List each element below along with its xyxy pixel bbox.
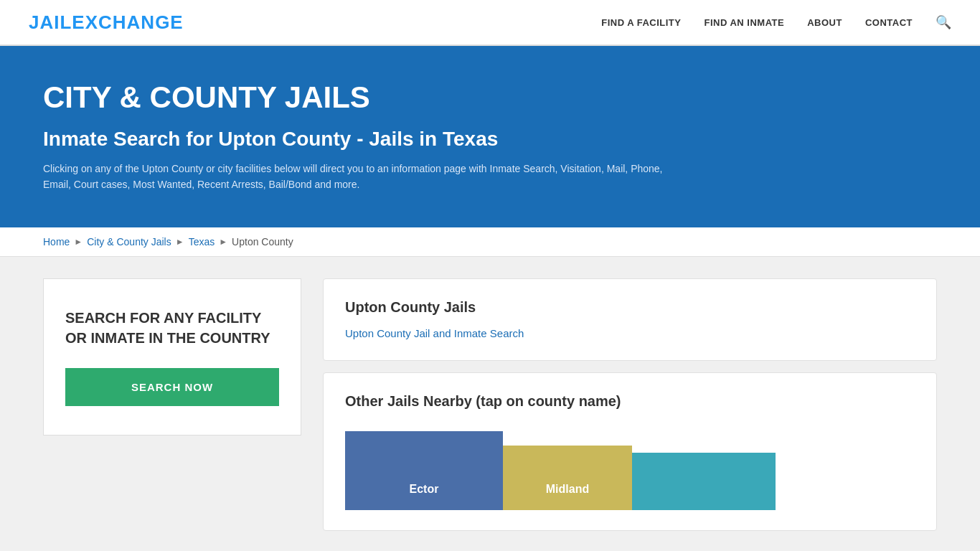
bar-ector[interactable]: Ector (345, 431, 503, 510)
site-header: JAILEXCHANGE FIND A FACILITY FIND AN INM… (0, 0, 980, 46)
breadcrumb: Home ► City & County Jails ► Texas ► Upt… (0, 227, 980, 257)
nav-about[interactable]: ABOUT (807, 17, 842, 28)
breadcrumb-sep-2: ► (176, 237, 184, 247)
left-panel: SEARCH FOR ANY FACILITY OR INMATE IN THE… (43, 278, 301, 435)
jails-card-title: Upton County Jails (345, 299, 915, 316)
breadcrumb-sep-1: ► (74, 237, 83, 247)
breadcrumb-city-county[interactable]: City & County Jails (87, 236, 171, 248)
upton-county-jails-card: Upton County Jails Upton County Jail and… (323, 278, 937, 361)
bar-midland[interactable]: Midland (503, 446, 632, 510)
hero-description: Clicking on any of the Upton County or c… (43, 161, 689, 193)
page-main-title: CITY & COUNTY JAILS (43, 80, 937, 115)
breadcrumb-sep-3: ► (219, 237, 227, 247)
hero-section: CITY & COUNTY JAILS Inmate Search for Up… (0, 46, 980, 227)
bar-label-midland: Midland (503, 483, 632, 496)
logo-part1: JAIL (29, 11, 72, 33)
nearby-jails-card: Other Jails Nearby (tap on county name) … (323, 372, 937, 531)
nearby-title: Other Jails Nearby (tap on county name) (345, 393, 915, 410)
search-box: SEARCH FOR ANY FACILITY OR INMATE IN THE… (43, 278, 301, 435)
breadcrumb-home[interactable]: Home (43, 236, 70, 248)
right-panel: Upton County Jails Upton County Jail and… (323, 278, 937, 531)
breadcrumb-current: Upton County (232, 236, 293, 248)
main-nav: FIND A FACILITY FIND AN INMATE ABOUT CON… (601, 14, 951, 30)
bar-third[interactable] (632, 453, 776, 510)
breadcrumb-texas[interactable]: Texas (189, 236, 215, 248)
hero-subtitle: Inmate Search for Upton County - Jails i… (43, 128, 937, 151)
search-now-button[interactable]: SEARCH NOW (65, 368, 279, 406)
bar-label-ector: Ector (345, 483, 503, 496)
nav-contact[interactable]: CONTACT (865, 17, 913, 28)
main-content: SEARCH FOR ANY FACILITY OR INMATE IN THE… (0, 257, 980, 551)
nav-find-inmate[interactable]: FIND AN INMATE (704, 17, 784, 28)
logo-part2: EXCHANGE (72, 11, 183, 33)
nav-find-facility[interactable]: FIND A FACILITY (601, 17, 681, 28)
nearby-chart: Ector Midland (345, 424, 915, 510)
search-box-title: SEARCH FOR ANY FACILITY OR INMATE IN THE… (65, 308, 279, 348)
site-logo[interactable]: JAILEXCHANGE (29, 11, 184, 34)
jail-link[interactable]: Upton County Jail and Inmate Search (345, 327, 524, 339)
search-icon[interactable]: 🔍 (936, 14, 951, 30)
